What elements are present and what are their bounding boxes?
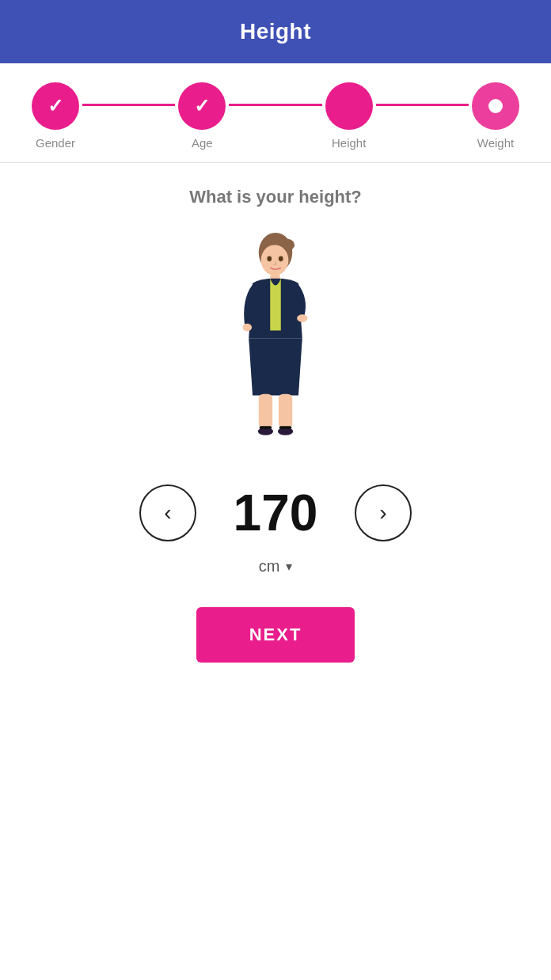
person-svg xyxy=(224,231,327,453)
svg-point-5 xyxy=(242,324,252,332)
page-title: Height xyxy=(240,19,311,44)
step-connector-3 xyxy=(376,104,469,106)
height-display: 170 xyxy=(228,488,323,538)
step-label-gender: Gender xyxy=(36,136,75,150)
app-header: Height xyxy=(0,0,551,63)
svg-point-4 xyxy=(297,314,308,322)
step-circle-height xyxy=(325,82,373,130)
svg-rect-6 xyxy=(259,394,272,428)
person-illustration xyxy=(204,231,347,453)
step-connector-1 xyxy=(82,104,175,106)
unit-text: cm xyxy=(259,557,280,575)
svg-point-2 xyxy=(261,245,289,275)
step-circle-weight xyxy=(472,82,519,130)
steps-row: ✓ Gender ✓ Age Height Weight xyxy=(32,82,519,150)
check-icon-gender: ✓ xyxy=(48,95,63,117)
left-arrow-icon: ‹ xyxy=(164,500,171,526)
step-label-weight: Weight xyxy=(477,136,514,150)
unit-selector[interactable]: cm ▾ xyxy=(259,557,293,575)
svg-rect-11 xyxy=(279,426,291,429)
dot-icon-weight xyxy=(488,99,503,113)
height-selector: ‹ 170 › xyxy=(16,484,535,541)
step-circle-age: ✓ xyxy=(178,82,226,130)
step-label-height: Height xyxy=(332,136,366,150)
increase-height-button[interactable]: › xyxy=(355,484,412,541)
step-connector-2 xyxy=(229,104,321,106)
step-weight: Weight xyxy=(472,82,519,150)
step-label-age: Age xyxy=(192,136,213,150)
next-button[interactable]: NEXT xyxy=(196,607,355,663)
chevron-down-icon: ▾ xyxy=(286,559,292,574)
question-text: What is your height? xyxy=(189,187,362,207)
svg-rect-7 xyxy=(279,394,292,428)
step-age: ✓ Age xyxy=(178,82,226,150)
check-icon-age: ✓ xyxy=(194,95,210,117)
svg-point-12 xyxy=(267,256,272,261)
main-content: What is your height? xyxy=(0,163,551,980)
step-height: Height xyxy=(325,82,373,150)
step-circle-gender: ✓ xyxy=(32,82,79,130)
step-gender: ✓ Gender xyxy=(32,82,79,150)
step-indicator: ✓ Gender ✓ Age Height Weight xyxy=(0,63,551,163)
right-arrow-icon: › xyxy=(379,500,386,526)
svg-rect-10 xyxy=(260,426,272,429)
svg-point-13 xyxy=(279,256,283,261)
decrease-height-button[interactable]: ‹ xyxy=(139,484,196,541)
